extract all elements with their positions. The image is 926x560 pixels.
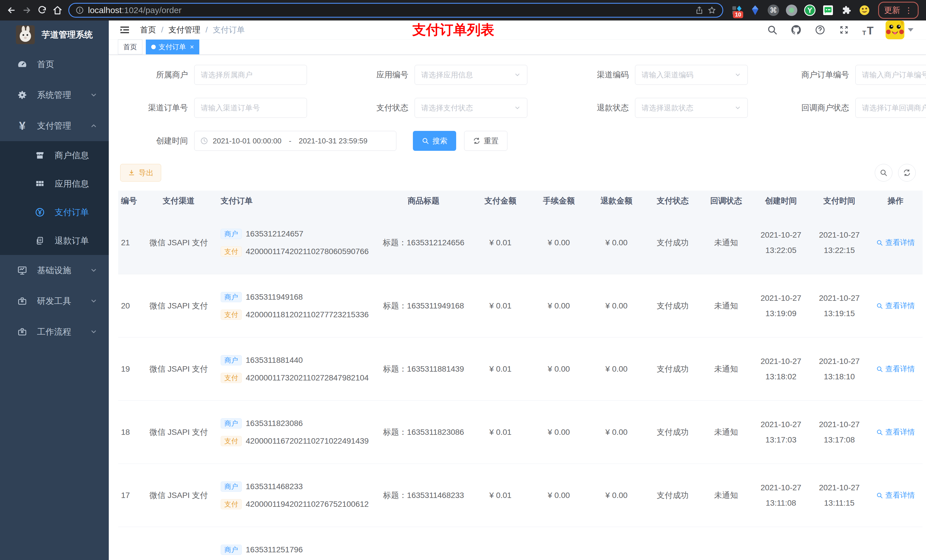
pay-status-select[interactable]: 请选择支付状态: [415, 98, 527, 118]
action-cell: 查看详情: [869, 364, 923, 374]
search-icon[interactable]: [766, 24, 779, 36]
notify-status-select[interactable]: 请选择订单回调商户状态: [855, 98, 926, 118]
sidebar-item-pay-order[interactable]: 支付订单: [0, 198, 109, 226]
pay-tag: 支付: [221, 436, 242, 446]
chevron-down-icon: [90, 267, 97, 274]
site-info-icon[interactable]: [76, 6, 84, 15]
pay-order-cell: 商户 1635311251796 支付: [212, 545, 376, 560]
channel-order-no-input[interactable]: 请输入渠道订单号: [194, 98, 307, 118]
browser-forward-button[interactable]: [21, 4, 33, 17]
extension-emoji-icon[interactable]: [858, 4, 871, 17]
copy-document-icon: [33, 236, 46, 245]
view-detail-link[interactable]: 查看详情: [876, 490, 915, 500]
pay-order-cell: 商户 1635311468233 支付 42000011942021102767…: [212, 482, 376, 509]
create-time: 2021-10-2713:11:08: [752, 482, 810, 509]
order-id: 20: [118, 301, 145, 311]
sidebar-item-label: 应用信息: [54, 178, 89, 190]
merchant-input[interactable]: 请选择所属商户: [194, 65, 307, 85]
sidebar-toggle-icon[interactable]: [118, 24, 131, 36]
close-icon[interactable]: ×: [190, 43, 194, 51]
pay-time: 2021-10-2713:19:15: [810, 293, 869, 319]
extension-chat-icon[interactable]: [822, 4, 834, 17]
filter-label: 创建时间: [120, 136, 188, 146]
tag-pay-order[interactable]: 支付订单 ×: [146, 39, 199, 54]
col-fee: 手续金额: [530, 195, 588, 206]
browser-back-button[interactable]: [5, 4, 18, 17]
create-time: [752, 557, 810, 560]
channel-pay-no: 4200001181202110277723215336: [246, 310, 369, 319]
merchant-tag: 商户: [221, 482, 242, 492]
help-icon[interactable]: [814, 24, 826, 36]
breadcrumb-home[interactable]: 首页: [140, 24, 156, 35]
clock-icon: [200, 137, 208, 145]
view-detail-link[interactable]: 查看详情: [876, 364, 915, 374]
sidebar-item-pay[interactable]: ¥ 支付管理: [0, 110, 109, 141]
product-title: 标题：1635311881439: [376, 364, 471, 374]
refund-status-select[interactable]: 请选择退款状态: [635, 98, 748, 118]
browser-chrome: localhost:1024/pay/order 10 ⌘ Y: [0, 0, 926, 21]
browser-home-button[interactable]: [51, 4, 64, 17]
table-row: 19 微信 JSAPI 支付 商户 1635311881440 支付 42000…: [118, 338, 923, 401]
extension-command-icon[interactable]: ⌘: [767, 4, 780, 17]
pay-tag: 支付: [221, 309, 242, 320]
breadcrumb-pay[interactable]: 支付管理: [169, 24, 200, 35]
browser-update-button[interactable]: 更新 ⋮: [878, 2, 918, 19]
filter-label: 退款状态: [561, 103, 629, 113]
yen-icon: ¥: [16, 119, 29, 132]
reset-button[interactable]: 重置: [464, 131, 507, 151]
sidebar-logo[interactable]: 芋道管理系统: [0, 21, 109, 49]
bookmark-star-icon[interactable]: [708, 6, 716, 15]
active-dot: [151, 45, 156, 49]
browser-reload-button[interactable]: [36, 4, 48, 17]
extension-puzzle-icon[interactable]: [840, 4, 853, 17]
refresh-button[interactable]: [898, 164, 916, 181]
extension-grid-icon[interactable]: 10: [731, 4, 743, 17]
pay-status: 支付成功: [645, 490, 701, 501]
fullscreen-icon[interactable]: [838, 24, 850, 36]
action-cell: 查看详情: [869, 490, 923, 500]
app-no-select[interactable]: 请选择应用信息: [415, 65, 527, 85]
filter-label: 回调商户状态: [781, 103, 849, 113]
view-detail-link[interactable]: 查看详情: [876, 427, 915, 437]
tag-home[interactable]: 首页: [118, 39, 142, 54]
font-size-icon[interactable]: T T: [862, 24, 874, 36]
sidebar-item-app-info[interactable]: 应用信息: [0, 170, 109, 198]
filter-label: 渠道订单号: [120, 103, 188, 113]
chevron-up-icon: [90, 122, 97, 130]
merchant-order-no-input[interactable]: 请输入商户订单编号: [855, 65, 926, 85]
order-id: 17: [118, 491, 145, 500]
export-button[interactable]: 导出: [120, 164, 161, 181]
channel-code-select[interactable]: 请输入渠道编码: [635, 65, 748, 85]
col-amount: 支付金额: [471, 195, 530, 206]
grid-icon: [33, 179, 46, 189]
toggle-search-button[interactable]: [875, 164, 893, 181]
extension-kite-icon[interactable]: [749, 4, 761, 17]
sidebar-item-workflow[interactable]: 工作流程: [0, 316, 109, 347]
sidebar-item-infrastructure[interactable]: 基础设施: [0, 255, 109, 286]
col-create-time: 创建时间: [752, 195, 810, 206]
pay-order-cell: 商户 1635312124657 支付 42000011742021102780…: [212, 229, 376, 257]
sidebar-item-refund-order[interactable]: 退款订单: [0, 226, 109, 255]
sidebar-item-devtools[interactable]: 研发工具: [0, 286, 109, 316]
table-row: 18 微信 JSAPI 支付 商户 1635311823086 支付 42000…: [118, 401, 923, 464]
date-start: 2021-10-01 00:00:00: [213, 137, 281, 145]
extension-y-icon[interactable]: Y: [803, 4, 816, 17]
sidebar-item-system[interactable]: 系统管理: [0, 80, 109, 110]
view-detail-link[interactable]: 查看详情: [876, 301, 915, 311]
search-button[interactable]: 搜索: [413, 131, 456, 151]
extension-record-icon[interactable]: [785, 4, 798, 17]
tags-view-bar: 首页 支付订单 ×: [109, 39, 926, 54]
sidebar-item-home[interactable]: 首页: [0, 49, 109, 80]
logo-rabbit-image: [16, 25, 35, 44]
user-menu[interactable]: [885, 21, 914, 39]
chevron-down-icon: [734, 71, 741, 78]
view-detail-link[interactable]: 查看详情: [876, 238, 915, 248]
address-bar[interactable]: localhost:1024/pay/order: [68, 3, 723, 18]
create-time-range-picker[interactable]: 2021-10-01 00:00:00 - 2021-10-31 23:59:5…: [194, 131, 396, 151]
github-icon[interactable]: [790, 24, 802, 36]
pay-time: 2021-10-2713:11:15: [810, 482, 869, 509]
sidebar-item-merchant-info[interactable]: 商户信息: [0, 141, 109, 170]
share-icon[interactable]: [695, 6, 704, 15]
breadcrumb: 首页 / 支付管理 / 支付订单: [140, 24, 245, 35]
browser-menu-icon[interactable]: ⋮: [905, 6, 912, 15]
